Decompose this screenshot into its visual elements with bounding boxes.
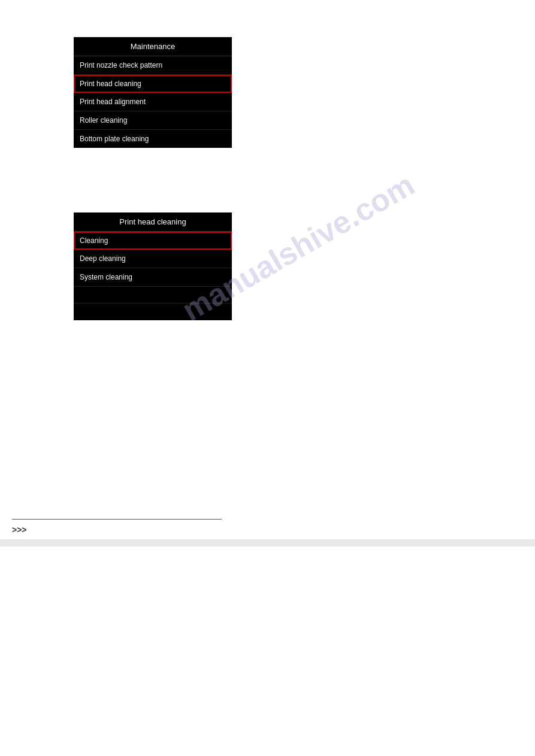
note-bar [0, 539, 535, 546]
printhead-cleaning-menu-header: Print head cleaning [74, 212, 232, 232]
menu1-item-4[interactable]: Bottom plate cleaning [74, 130, 232, 148]
page-container: Maintenance Print nozzle check pattern P… [0, 0, 535, 756]
chevron-icon: >>> [12, 525, 27, 535]
menu1-item-3[interactable]: Roller cleaning [74, 111, 232, 130]
arrow-row: >>> [12, 525, 27, 535]
menu2-item-2[interactable]: System cleaning [74, 268, 232, 287]
menu1-item-1-selected[interactable]: Print head cleaning [74, 75, 232, 93]
menu2-item-1[interactable]: Deep cleaning [74, 250, 232, 268]
link-line[interactable] [12, 519, 222, 520]
maintenance-menu: Maintenance Print nozzle check pattern P… [74, 37, 232, 148]
menu2-item-3 [74, 287, 232, 303]
menu1-item-0[interactable]: Print nozzle check pattern [74, 56, 232, 75]
menu2-item-4 [74, 303, 232, 320]
menu1-item-2[interactable]: Print head alignment [74, 93, 232, 111]
printhead-cleaning-menu: Print head cleaning Cleaning Deep cleani… [74, 212, 232, 320]
maintenance-menu-header: Maintenance [74, 37, 232, 56]
menu2-item-0-selected[interactable]: Cleaning [74, 232, 232, 250]
